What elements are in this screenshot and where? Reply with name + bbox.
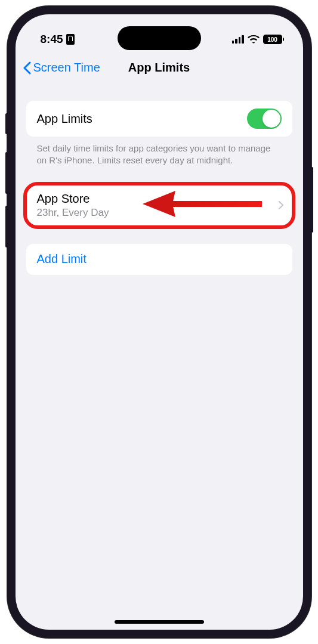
add-limit-label: Add Limit bbox=[37, 252, 282, 266]
status-time: 8:45 bbox=[41, 33, 75, 46]
back-label: Screen Time bbox=[33, 61, 100, 75]
back-button[interactable]: Screen Time bbox=[23, 61, 100, 75]
dynamic-island bbox=[118, 26, 201, 50]
time-text: 8:45 bbox=[41, 33, 63, 46]
app-limits-toggle-switch[interactable] bbox=[247, 109, 282, 129]
lock-icon bbox=[66, 34, 75, 45]
limit-item-subtitle: 23hr, Every Day bbox=[37, 207, 278, 219]
status-icons: 100 bbox=[232, 35, 284, 44]
volume-down-button bbox=[5, 206, 8, 247]
app-limits-toggle-label: App Limits bbox=[37, 112, 247, 126]
content-area: App Limits Set daily time limits for app… bbox=[16, 83, 303, 275]
chevron-left-icon bbox=[23, 61, 31, 75]
cellular-signal-icon bbox=[232, 35, 244, 44]
add-limit-button[interactable]: Add Limit bbox=[26, 244, 292, 275]
app-limits-toggle-cell[interactable]: App Limits bbox=[26, 101, 292, 137]
battery-level: 100 bbox=[263, 35, 282, 44]
highlighted-limit-wrapper: App Store 23hr, Every Day bbox=[26, 186, 292, 225]
limit-item-group: App Store 23hr, Every Day bbox=[26, 186, 292, 225]
screen: 8:45 100 Scree bbox=[16, 14, 303, 630]
mute-switch bbox=[5, 113, 8, 134]
navigation-bar: Screen Time App Limits bbox=[16, 50, 303, 83]
limit-item-title: App Store bbox=[37, 192, 278, 206]
add-limit-group: Add Limit bbox=[26, 244, 292, 275]
wifi-icon bbox=[248, 35, 260, 44]
volume-up-button bbox=[5, 152, 8, 194]
chevron-right-icon bbox=[278, 200, 284, 210]
app-limits-description: Set daily time limits for app categories… bbox=[26, 137, 292, 167]
power-button bbox=[311, 167, 313, 233]
home-indicator[interactable] bbox=[115, 620, 204, 624]
page-title: App Limits bbox=[128, 61, 190, 75]
phone-frame: 8:45 100 Scree bbox=[7, 6, 311, 638]
battery-icon: 100 bbox=[263, 35, 284, 44]
app-limits-toggle-group: App Limits bbox=[26, 101, 292, 137]
limit-item-app-store[interactable]: App Store 23hr, Every Day bbox=[26, 186, 292, 225]
